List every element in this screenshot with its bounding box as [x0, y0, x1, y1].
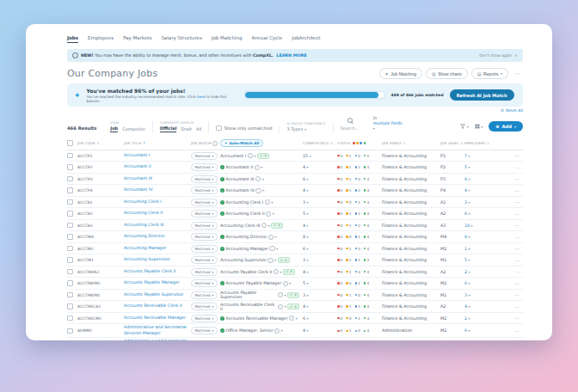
row-checkbox[interactable] — [67, 303, 73, 309]
row-overflow-button[interactable]: ⋯ — [497, 269, 523, 274]
job-title-link[interactable]: Accountant IV — [124, 187, 191, 193]
row-overflow-button[interactable]: ⋯ — [497, 223, 523, 228]
composites-cell[interactable]: 4 ▾ — [303, 328, 337, 333]
row-checkbox[interactable] — [67, 257, 73, 263]
col-header-status[interactable]: STATUS — [337, 141, 382, 145]
job-title-link[interactable]: Administrative and Secretarial Services … — [124, 339, 191, 340]
composites-cell[interactable]: 3 ▾ — [303, 258, 337, 262]
info-icon[interactable]: i — [278, 292, 283, 297]
columns-button[interactable]: ▾ — [475, 124, 483, 129]
add-button[interactable]: ⊕ Add ▾ — [489, 121, 523, 132]
row-overflow-button[interactable]: ⋯ — [497, 246, 523, 251]
learn-more-link[interactable]: LEARN MORE — [276, 53, 306, 58]
chevron-down-icon[interactable]: ▾ — [274, 235, 276, 239]
info-icon[interactable]: i — [274, 269, 279, 274]
employees-cell[interactable]: 6 ▾ — [464, 211, 497, 216]
info-icon[interactable]: i — [283, 281, 288, 286]
row-overflow-button[interactable]: ⋯ — [497, 153, 523, 158]
search-box[interactable]: Search... — [341, 118, 366, 132]
display-option-official[interactable]: Official — [160, 126, 177, 132]
match-status-dropdown[interactable]: Matched ▾ — [191, 233, 218, 241]
match-status-dropdown[interactable]: Matched ▾ — [191, 163, 218, 171]
display-option-draft[interactable]: Draft — [181, 126, 192, 132]
row-overflow-button[interactable]: ⋯ — [497, 281, 523, 286]
composites-cell[interactable]: 8 ▾ — [303, 235, 337, 239]
employees-cell[interactable]: 5 ▾ — [464, 258, 497, 262]
employees-cell[interactable]: 1 ▾ — [464, 247, 497, 251]
match-status-dropdown[interactable]: Matched ▾ — [191, 175, 218, 183]
match-status-dropdown[interactable]: Matched ▾ — [191, 152, 218, 160]
ai-match-accept-reject[interactable]: ✓✕ — [283, 269, 295, 275]
nav-tab-jobs[interactable]: Jobs — [67, 35, 78, 43]
match-status-dropdown[interactable]: Matched ▾ — [191, 291, 218, 299]
row-overflow-button[interactable]: ⋯ — [497, 165, 523, 170]
match-status-dropdown[interactable]: Matched ▾ — [191, 187, 218, 194]
composites-cell[interactable]: 4 ▾ — [303, 304, 337, 309]
match-status-dropdown[interactable]: Matched ▾ — [191, 327, 218, 334]
job-title-link[interactable]: Accounting Manager — [124, 246, 191, 251]
row-overflow-button[interactable]: ⋯ — [497, 292, 523, 297]
refresh-ai-job-match-button[interactable]: Refresh AI Job Match — [450, 89, 514, 101]
info-icon[interactable]: i — [266, 211, 271, 217]
display-option-all[interactable]: All — [196, 126, 201, 132]
row-checkbox[interactable] — [67, 315, 73, 322]
col-header-job-title[interactable]: JOB TITLE ↑ — [124, 141, 191, 145]
employees-cell[interactable]: 5 ▾ — [464, 165, 497, 169]
job-title-link[interactable]: Accounting Director — [124, 234, 191, 239]
chevron-down-icon[interactable]: ▾ — [268, 224, 270, 228]
row-checkbox[interactable] — [67, 223, 73, 229]
chevron-down-icon[interactable]: ▾ — [281, 328, 283, 333]
job-title-link[interactable]: Accounting Clerk II — [124, 211, 191, 216]
info-icon[interactable]: i — [289, 315, 294, 321]
reset-all-link[interactable]: ⟳ Reset All — [501, 108, 523, 113]
reports-button[interactable]: ▤Reports▾ — [471, 68, 508, 79]
row-checkbox[interactable] — [67, 292, 73, 298]
composites-cell[interactable]: 6 ▾ — [303, 177, 337, 181]
job-title-link[interactable]: Accounts Receivable Clerk II — [124, 303, 191, 309]
chevron-down-icon[interactable]: ▾ — [284, 304, 286, 309]
employees-cell[interactable]: 18 ▾ — [464, 224, 497, 228]
row-checkbox[interactable] — [67, 164, 73, 170]
view-option-composite[interactable]: Composite — [122, 126, 145, 132]
show-charts-button[interactable]: ▥Show charts — [426, 68, 468, 79]
match-status-dropdown[interactable]: Matched ▾ — [191, 256, 218, 264]
info-icon[interactable]: i — [274, 328, 280, 334]
row-overflow-button[interactable]: ⋯ — [497, 199, 523, 205]
info-icon[interactable]: i — [268, 235, 274, 240]
info-icon[interactable]: i — [255, 165, 260, 170]
employees-cell[interactable]: 4 ▾ — [464, 188, 497, 193]
job-title-link[interactable]: Accountant I — [124, 153, 191, 158]
nav-tab-jobarchitect[interactable]: JobArchitect — [292, 35, 320, 43]
employees-cell[interactable]: 8 ▾ — [464, 177, 497, 181]
search-scope-dropdown[interactable]: in multiple fields ▾ — [373, 116, 409, 132]
composites-cell[interactable]: 3 ▾ — [303, 293, 337, 297]
row-checkbox[interactable] — [67, 211, 73, 217]
job-title-link[interactable]: Accounts Payable Clerk II — [124, 269, 191, 274]
row-checkbox[interactable] — [67, 328, 73, 334]
job-title-link[interactable]: Accountant III — [124, 176, 191, 181]
dismiss-banner-button[interactable]: Don't show again × — [479, 53, 518, 58]
composites-cell[interactable]: 4 ▾ — [303, 188, 337, 193]
composites-cell[interactable]: 3 ▾ — [303, 200, 337, 205]
auto-match-all-button[interactable]: ✦Auto-Match All — [220, 139, 263, 147]
row-checkbox[interactable] — [67, 234, 73, 240]
info-icon[interactable]: i — [255, 188, 261, 193]
job-title-link[interactable]: Accounts Receivable Manager — [124, 315, 191, 321]
chevron-down-icon[interactable]: ▾ — [274, 258, 276, 262]
info-icon[interactable]: i — [255, 176, 261, 181]
chevron-down-icon[interactable]: ▾ — [296, 316, 298, 321]
job-title-link[interactable]: Accounting Clerk I — [124, 199, 191, 205]
composites-cell[interactable]: 5 ▾ — [303, 281, 337, 285]
view-option-job[interactable]: Job — [110, 126, 118, 132]
composites-cell[interactable]: 6 ▾ — [303, 247, 337, 251]
col-header-job-level[interactable]: JOB LEVEL ⇅ — [440, 141, 464, 145]
confidence-dropdown[interactable]: 3 Types ▾ — [286, 126, 305, 132]
row-overflow-button[interactable]: ⋯ — [497, 235, 523, 240]
composites-cell[interactable]: 15 ▾ — [303, 154, 337, 158]
row-checkbox[interactable] — [67, 176, 73, 182]
employees-cell[interactable]: 6 ▾ — [464, 281, 497, 285]
ai-match-accept-reject[interactable]: ✓✕ — [271, 223, 283, 229]
scope-link[interactable]: multiple fields — [373, 121, 403, 126]
row-overflow-button[interactable]: ⋯ — [497, 328, 523, 334]
match-status-dropdown[interactable]: Matched ▾ — [191, 199, 218, 206]
